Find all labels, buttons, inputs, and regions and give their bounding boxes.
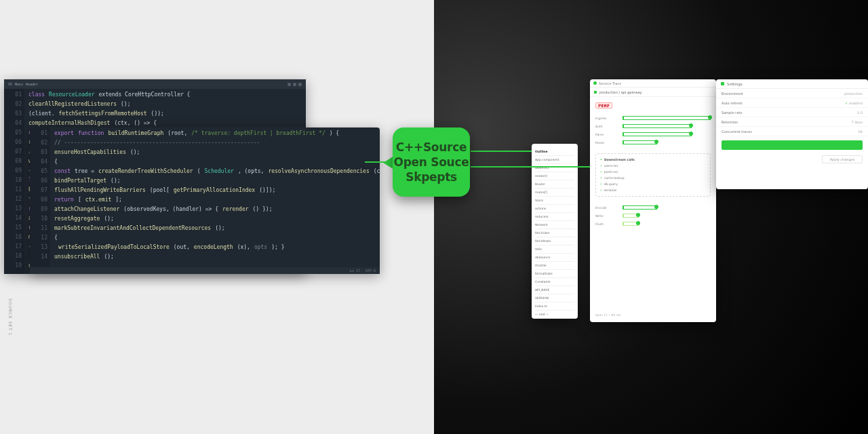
apply-button[interactable]: Apply changes <box>822 155 863 163</box>
line-number: 12 <box>30 233 47 243</box>
settings-value: enabled <box>845 101 863 105</box>
code-line[interactable]: return[ctx.emit]; <box>54 195 376 205</box>
span-bar[interactable] <box>623 214 639 218</box>
maximize-icon[interactable] <box>293 83 296 86</box>
code-token: attachChangeListener <box>54 205 119 214</box>
window-menu-icon[interactable] <box>8 83 12 85</box>
code-token: ) { <box>330 129 339 138</box>
span-row[interactable]: Parse <box>595 130 711 138</box>
outline-item[interactable]: Router <box>535 180 574 189</box>
outline-item[interactable]: VERSION <box>535 294 574 302</box>
code-line[interactable]: markSubtreeInvariantAndCollectDependentR… <box>54 224 376 233</box>
flow-step[interactable]: db.query <box>600 181 706 187</box>
flow-title: Downstream calls <box>600 157 706 163</box>
outline-item[interactable]: fetchPosts <box>535 237 574 245</box>
span-row[interactable]: Auth <box>595 122 711 130</box>
span-row[interactable]: Ingress <box>595 114 711 122</box>
code-token: (); <box>121 100 130 109</box>
span-bar[interactable] <box>623 222 639 226</box>
code-line[interactable]: clearAllRegisteredListeners(); <box>28 100 302 109</box>
outline-item[interactable]: throttle <box>535 262 574 270</box>
code-area[interactable]: exportfunctionbuildRuntimeGraph(root,/* … <box>50 127 380 267</box>
outline-panel[interactable]: OutlineApp.component useEffect render()R… <box>532 144 578 319</box>
code-line[interactable]: computeInternalHashDigest(ctx, () => { <box>28 119 302 128</box>
side-label: SOURCE SET 1 <box>8 298 13 336</box>
settings-row[interactable]: Concurrent traces64 <box>716 127 868 136</box>
settings-panel[interactable]: Settings EnvironmentproductionAuto refre… <box>716 79 868 189</box>
code-token: encodeLength <box>194 243 233 252</box>
outline-item[interactable]: actions <box>535 205 574 213</box>
outline-item[interactable]: Constants <box>535 278 574 286</box>
editor-titlebar[interactable]: Main Header <box>4 79 306 89</box>
editor-tab[interactable]: Header <box>26 82 38 86</box>
code-line[interactable]: bindPortalTarget(); <box>54 176 376 186</box>
badge-line: C++Source <box>396 140 467 154</box>
minimize-icon[interactable] <box>288 83 291 86</box>
span-row[interactable]: Flush <box>595 220 711 228</box>
code-line[interactable]: consttree =createRenderTreeWithScheduler… <box>54 167 376 176</box>
span-bar[interactable] <box>623 124 692 128</box>
outline-item[interactable]: debounce <box>535 254 574 262</box>
line-number: 12 <box>4 195 22 204</box>
span-node-icon <box>636 221 640 225</box>
span-label: Write <box>595 214 623 218</box>
outline-item[interactable]: formatDate <box>535 270 574 278</box>
span-row[interactable]: Write <box>595 212 711 220</box>
outline-item[interactable]: fetchUser <box>535 229 574 237</box>
span-bar[interactable] <box>623 140 657 144</box>
outline-item[interactable]: Utils <box>535 245 574 254</box>
span-bar[interactable] <box>623 205 657 210</box>
span-bar[interactable] <box>623 116 711 120</box>
flow-step[interactable]: serialize <box>600 187 706 193</box>
flow-step[interactable]: posts-svc <box>600 169 706 175</box>
code-line[interactable]: { <box>54 157 376 167</box>
span-row[interactable]: Route <box>595 138 711 146</box>
code-line[interactable]: ensureHostCapabilities(); <box>54 148 376 157</box>
code-line[interactable]: writeSerializedPayloadToLocalStore(out,e… <box>54 243 376 252</box>
code-line[interactable]: resetAggregate(); <box>54 214 376 224</box>
outline-item[interactable]: render() <box>535 172 574 180</box>
outline-item[interactable]: useEffect <box>535 164 574 172</box>
line-number: 13 <box>30 243 47 252</box>
editor-tab[interactable]: Main <box>15 82 23 86</box>
code-token: (); <box>111 176 120 186</box>
line-number: 14 <box>30 252 47 262</box>
outline-item[interactable]: Network <box>535 221 574 229</box>
code-token: , (opts, <box>238 167 264 176</box>
settings-row[interactable]: Sample rate1.0 <box>716 108 868 117</box>
code-line[interactable]: { <box>54 233 376 243</box>
settings-row[interactable]: Auto refreshenabled <box>716 98 868 108</box>
settings-row[interactable]: Retention7 days <box>716 117 868 127</box>
outline-item[interactable]: App.component <box>535 156 574 164</box>
code-line[interactable]: unsubscribeAll(); <box>54 252 376 262</box>
settings-row[interactable]: Environmentproduction <box>716 89 868 98</box>
outline-item[interactable]: API_BASE <box>535 286 574 294</box>
badge-line: Skpepts <box>406 170 457 184</box>
code-token: ( <box>197 167 201 176</box>
perf-tag: PERF <box>595 102 612 108</box>
code-line[interactable]: exportfunctionbuildRuntimeGraph(root,/* … <box>54 129 376 138</box>
outline-item[interactable]: routes[] <box>535 189 574 197</box>
code-line[interactable]: attachChangeListener(observedKeys, (hand… <box>54 205 376 214</box>
code-line[interactable]: // -------------------------------------… <box>54 138 376 148</box>
trace-diagram-panel[interactable]: Service Trace production / api-gateway P… <box>590 79 716 322</box>
outline-item[interactable]: Store <box>535 197 574 205</box>
outline-item[interactable]: — end — <box>535 311 574 319</box>
outline-item[interactable]: reducers <box>535 213 574 221</box>
code-line[interactable]: (client.fetchSettingsFromRemoteHost()); <box>28 109 302 119</box>
settings-value: 7 days <box>851 120 863 124</box>
code-line[interactable]: flushAllPendingWriteBarriers(pool[getPri… <box>54 186 376 195</box>
code-line[interactable]: classResourceLoaderextends CoreHttpContr… <box>28 90 302 100</box>
code-editor-secondary[interactable]: 0102030405060708091011121314 exportfunct… <box>30 127 380 274</box>
panel-breadcrumb[interactable]: production / api-gateway <box>590 87 716 97</box>
flow-step[interactable]: users-svc <box>600 163 706 169</box>
flow-step[interactable]: cache-lookup <box>600 175 706 181</box>
span-bar[interactable] <box>623 132 692 136</box>
code-token: ctx.emit <box>85 195 112 205</box>
code-token: ); } <box>271 243 284 252</box>
code-token: { <box>54 233 58 243</box>
close-icon[interactable] <box>298 83 302 86</box>
span-label: Parse <box>595 133 623 136</box>
span-row[interactable]: Encode <box>595 203 711 212</box>
outline-item[interactable]: index.ts <box>535 302 574 311</box>
